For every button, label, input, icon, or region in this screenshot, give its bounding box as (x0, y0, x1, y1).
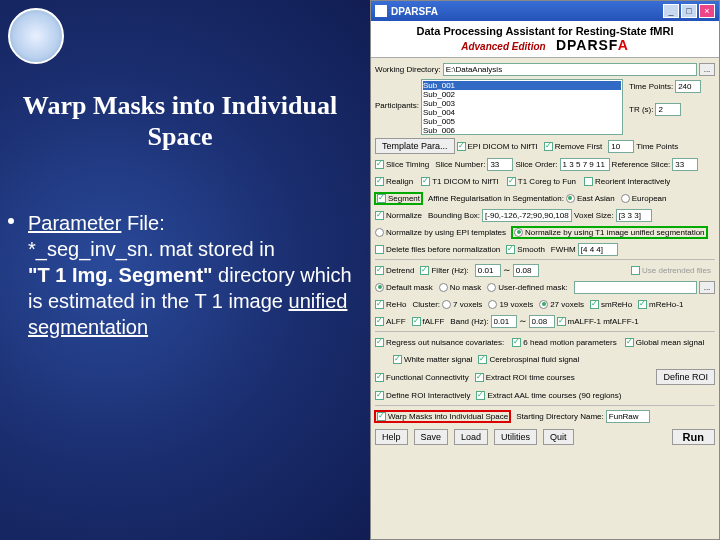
csf-checkbox[interactable] (478, 355, 487, 364)
list-item[interactable]: Sub_003 (423, 99, 621, 108)
user-mask-radio[interactable] (487, 283, 496, 292)
tilde-icon: ∼ (503, 265, 511, 275)
vox7-radio[interactable] (442, 300, 451, 309)
remove-first-checkbox[interactable] (544, 142, 553, 151)
participants-listbox[interactable]: Sub_001 Sub_002 Sub_003 Sub_004 Sub_005 … (421, 79, 623, 135)
head-motion-checkbox[interactable] (512, 338, 521, 347)
slide-title: Warp Masks into Individual Space (0, 90, 360, 152)
voxel-size-input[interactable] (616, 209, 652, 222)
separator (375, 259, 715, 260)
use-detrended-checkbox[interactable] (631, 266, 640, 275)
band-lo-input[interactable] (491, 315, 517, 328)
european-radio[interactable] (621, 194, 630, 203)
fwhm-input[interactable] (578, 243, 618, 256)
ref-slice-input[interactable] (672, 158, 698, 171)
utilities-button[interactable]: Utilities (494, 429, 537, 445)
list-item[interactable]: Sub_006 (423, 126, 621, 135)
slice-timing-checkbox[interactable] (375, 160, 384, 169)
separator (375, 405, 715, 406)
remove-first-input[interactable] (608, 140, 634, 153)
timepoints-input[interactable] (675, 80, 701, 93)
tilde-icon: ∼ (519, 316, 527, 326)
segment-checkbox[interactable] (377, 194, 386, 203)
window-title: DPARSFA (391, 6, 661, 17)
delete-files-checkbox[interactable] (375, 245, 384, 254)
band-hi-input[interactable] (529, 315, 555, 328)
reho-checkbox[interactable] (375, 300, 384, 309)
app-header-logo: DPARSFA (556, 37, 629, 53)
list-item[interactable]: Sub_005 (423, 117, 621, 126)
filter-hi-input[interactable] (513, 264, 539, 277)
norm-t1-radio[interactable] (514, 228, 523, 237)
default-mask-radio[interactable] (375, 283, 384, 292)
load-button[interactable]: Load (454, 429, 488, 445)
normalize-checkbox[interactable] (375, 211, 384, 220)
help-button[interactable]: Help (375, 429, 408, 445)
filter-checkbox[interactable] (420, 266, 429, 275)
extract-aal-checkbox[interactable] (476, 391, 485, 400)
template-params-button[interactable]: Template Para... (375, 138, 455, 154)
quit-button[interactable]: Quit (543, 429, 574, 445)
falff-checkbox[interactable] (412, 317, 421, 326)
window-titlebar[interactable]: DPARSFA _ □ × (371, 1, 719, 21)
close-button[interactable]: × (699, 4, 715, 18)
dparsfa-window: DPARSFA _ □ × Data Processing Assistant … (370, 0, 720, 540)
bullet-dot (8, 218, 14, 224)
slice-number-input[interactable] (487, 158, 513, 171)
func-conn-checkbox[interactable] (375, 373, 384, 382)
participants-label: Participants: (375, 101, 419, 110)
norm-epi-radio[interactable] (375, 228, 384, 237)
epi-dicom-checkbox[interactable] (457, 142, 466, 151)
timepoints-label: Time Points: (629, 82, 673, 91)
vox27-radio[interactable] (539, 300, 548, 309)
alff-checkbox[interactable] (375, 317, 384, 326)
app-icon (375, 5, 387, 17)
institution-logo (8, 8, 64, 64)
t1-coreg-checkbox[interactable] (507, 177, 516, 186)
tr-input[interactable] (655, 103, 681, 116)
reorient-checkbox[interactable] (584, 177, 593, 186)
minimize-button[interactable]: _ (663, 4, 679, 18)
bounding-box-input[interactable] (482, 209, 572, 222)
no-mask-radio[interactable] (439, 283, 448, 292)
list-item[interactable]: Sub_001 (423, 81, 621, 90)
realign-checkbox[interactable] (375, 177, 384, 186)
starting-dir-input[interactable] (606, 410, 650, 423)
global-mean-checkbox[interactable] (625, 338, 634, 347)
maximize-button[interactable]: □ (681, 4, 697, 18)
smooth-checkbox[interactable] (506, 245, 515, 254)
slice-order-input[interactable] (560, 158, 610, 171)
vox19-radio[interactable] (488, 300, 497, 309)
working-dir-browse-button[interactable]: ... (699, 63, 715, 76)
separator (375, 331, 715, 332)
extract-roi-checkbox[interactable] (475, 373, 484, 382)
working-dir-input[interactable] (443, 63, 697, 76)
tr-label: TR (s): (629, 105, 653, 114)
working-dir-label: Working Directory: (375, 65, 441, 74)
mreho-checkbox[interactable] (638, 300, 647, 309)
list-item[interactable]: Sub_004 (423, 108, 621, 117)
app-body: Working Directory: ... Participants: Sub… (371, 58, 719, 452)
app-header-edition: Advanced Edition (461, 41, 545, 52)
warp-masks-checkbox[interactable] (377, 412, 386, 421)
app-header-title: Data Processing Assistant for Resting-St… (375, 25, 715, 37)
app-header: Data Processing Assistant for Resting-St… (371, 21, 719, 58)
save-button[interactable]: Save (414, 429, 449, 445)
user-mask-input[interactable] (574, 281, 697, 294)
regress-cov-checkbox[interactable] (375, 338, 384, 347)
filter-lo-input[interactable] (475, 264, 501, 277)
detrend-checkbox[interactable] (375, 266, 384, 275)
run-button[interactable]: Run (672, 429, 715, 445)
smreho-checkbox[interactable] (590, 300, 599, 309)
t1-dicom-checkbox[interactable] (421, 177, 430, 186)
malff-checkbox[interactable] (557, 317, 566, 326)
slide-bullet: Parameter File: *_seg_inv_sn. mat stored… (10, 210, 355, 340)
define-roi-interactive-checkbox[interactable] (375, 391, 384, 400)
list-item[interactable]: Sub_002 (423, 90, 621, 99)
define-roi-button[interactable]: Define ROI (656, 369, 715, 385)
east-asian-radio[interactable] (566, 194, 575, 203)
user-mask-browse-button[interactable]: ... (699, 281, 715, 294)
white-matter-checkbox[interactable] (393, 355, 402, 364)
